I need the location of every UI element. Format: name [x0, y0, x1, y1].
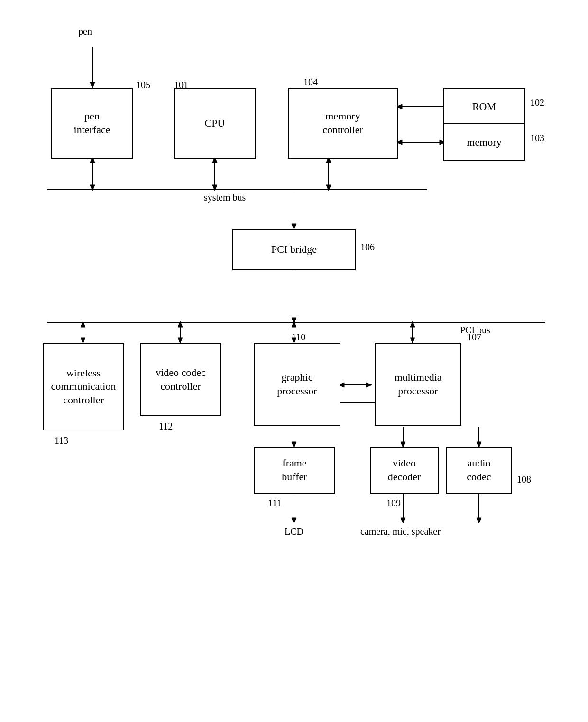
ref-113: 113 [55, 435, 68, 446]
pen-label: pen [78, 26, 92, 37]
svg-marker-8 [212, 185, 217, 191]
svg-marker-27 [178, 321, 183, 327]
svg-marker-46 [401, 518, 405, 523]
system-bus-label: system bus [204, 192, 246, 203]
svg-marker-5 [90, 185, 95, 191]
pen-interface-box: peninterface [51, 88, 133, 159]
ref-104: 104 [303, 77, 318, 88]
ref-105: 105 [136, 80, 150, 91]
cpu-box: CPU [174, 88, 256, 159]
video-codec-box: video codeccontroller [140, 343, 221, 416]
memory-box: memory [443, 123, 525, 161]
pci-bridge-box: PCI bridge [232, 229, 356, 270]
ref-108: 108 [517, 474, 531, 485]
ref-106: 106 [360, 242, 375, 253]
ref-112: 112 [159, 421, 173, 432]
ref-111: 111 [268, 498, 282, 509]
svg-marker-40 [292, 518, 296, 523]
ref-110: 110 [292, 332, 305, 343]
svg-marker-33 [410, 321, 415, 327]
svg-marker-21 [292, 318, 296, 323]
frame-buffer-box: framebuffer [254, 447, 335, 494]
memory-controller-box: memorycontroller [288, 88, 398, 159]
camera-mic-speaker-label: camera, mic, speaker [360, 526, 441, 537]
multimedia-processor-box: multimediaprocessor [375, 343, 461, 426]
ref-109: 109 [386, 498, 401, 509]
svg-marker-48 [477, 518, 481, 523]
wireless-box: wirelesscommunicationcontroller [43, 343, 124, 430]
audio-codec-box: audiocodec [446, 447, 512, 494]
ref-107: 107 [467, 332, 481, 343]
rom-box: ROM [443, 88, 525, 126]
ref-103: 103 [530, 133, 544, 144]
graphic-processor-box: graphicprocessor [254, 343, 340, 426]
svg-marker-35 [366, 383, 372, 387]
svg-marker-11 [326, 185, 331, 191]
video-decoder-box: videodecoder [370, 447, 439, 494]
svg-marker-24 [81, 321, 85, 327]
ref-102: 102 [530, 97, 544, 108]
svg-marker-30 [292, 321, 296, 327]
ref-101: 101 [174, 80, 188, 91]
lcd-label: LCD [285, 526, 303, 537]
